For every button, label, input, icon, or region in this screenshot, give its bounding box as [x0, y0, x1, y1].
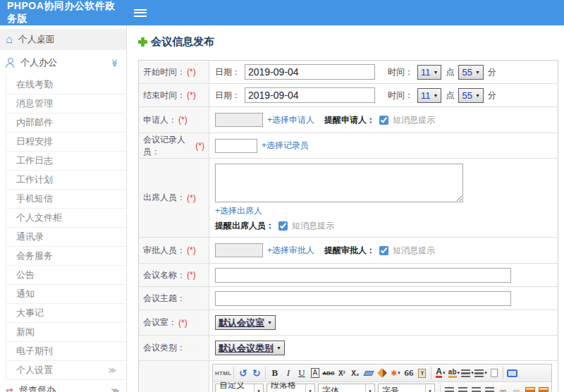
font-size-select[interactable]: 字号▾	[378, 384, 435, 392]
home-icon: ⌂	[6, 34, 13, 45]
sidebar-item-desktop[interactable]: ⌂ 个人桌面	[0, 29, 126, 50]
select-attendees-link[interactable]: +选择出席人	[215, 205, 262, 217]
paragraph-format-select[interactable]: 段落格式▾	[266, 384, 315, 392]
undo-icon[interactable]: ↺	[236, 366, 250, 380]
caret-down-icon: ▾	[254, 384, 263, 392]
remove-link-icon[interactable]: ∞	[510, 384, 523, 392]
sidebar-item-attendance[interactable]: 在线考勤	[6, 75, 126, 94]
sidebar-item-meeting-service[interactable]: 会务服务	[6, 247, 126, 266]
applicant-sms-checkbox[interactable]	[379, 116, 388, 125]
paste-as-text-icon[interactable]: T	[415, 366, 429, 380]
font-family-select[interactable]: 字体▾	[318, 384, 375, 392]
sidebar-item-work-log[interactable]: 工作日志	[6, 152, 126, 171]
row-start-time: 开始时间：(*) 日期： 时间： 11▼ 点 55▼ 分	[139, 61, 558, 84]
attendees-textarea[interactable]	[215, 164, 463, 202]
select-applicant-link[interactable]: +选择申请人	[267, 114, 314, 126]
row-editor: HTML ↺ ↻ B I U A ABC X² X₂	[139, 361, 558, 392]
end-minute-select[interactable]: 55▼	[458, 88, 483, 103]
caret-down-icon: ▼	[475, 70, 480, 75]
required-marker: (*)	[178, 115, 188, 125]
sidebar-item-schedule[interactable]: 日程安排	[6, 133, 126, 152]
align-center-icon[interactable]	[456, 384, 470, 392]
main-content: 会议信息发布 开始时间：(*) 日期： 时间： 11▼ 点 55▼ 分 结束时间…	[127, 25, 564, 392]
sidebar-item-announcement[interactable]: 公告	[6, 266, 126, 285]
start-hour-select[interactable]: 11▼	[417, 65, 441, 80]
sidebar-item-notice[interactable]: 通知	[6, 285, 126, 304]
strikethrough-icon[interactable]: ABC	[321, 366, 335, 380]
redo-icon[interactable]: ↻	[250, 366, 263, 380]
align-left-icon[interactable]	[443, 384, 456, 392]
sidebar-item-supervision[interactable]: ⇄ 督查督办 ≫	[0, 380, 126, 392]
required-marker: (*)	[187, 245, 196, 255]
sidebar-item-internal-mail[interactable]: 内部邮件	[6, 114, 126, 133]
sidebar-item-news[interactable]: 新闻	[6, 323, 126, 342]
end-date-input[interactable]	[245, 87, 375, 103]
sidebar-item-personal-office[interactable]: 个人办公 ≫	[0, 50, 126, 75]
start-date-input[interactable]	[245, 64, 375, 80]
upload-image-icon[interactable]	[537, 384, 550, 392]
chevron-double-right-icon: ≫	[108, 366, 116, 375]
applicant-input[interactable]	[215, 113, 263, 127]
row-meeting-room: 会议室：(*) 默认会议室▼	[139, 310, 558, 336]
editor-toolbar-row2: 自定义标题▾ 段落格式▾ 字体▾ 字号▾ ∞ ∞	[213, 382, 551, 392]
align-right-icon[interactable]	[470, 384, 483, 392]
required-marker: (*)	[187, 67, 196, 77]
insert-image-icon[interactable]	[523, 384, 537, 392]
char-border-icon[interactable]: A	[308, 366, 321, 380]
underline-icon[interactable]: U	[295, 366, 308, 380]
align-justify-icon[interactable]	[483, 384, 496, 392]
select-recorder-link[interactable]: +选择记录员	[262, 140, 309, 152]
required-marker: (*)	[178, 318, 188, 328]
ordered-list-icon[interactable]: ▾	[460, 366, 474, 380]
meeting-type-select[interactable]: 默认会议类别▼	[215, 341, 285, 355]
caret-down-icon: ▾	[365, 384, 374, 392]
html-source-button[interactable]: HTML	[215, 366, 231, 380]
custom-title-select[interactable]: 自定义标题▾	[215, 384, 264, 392]
insert-link-icon[interactable]: ∞	[496, 384, 510, 392]
select-approver-link[interactable]: +选择审批人	[267, 245, 314, 257]
attendees-sms-checkbox[interactable]	[278, 221, 288, 231]
new-page-icon[interactable]	[487, 366, 501, 380]
start-minute-select[interactable]: 55▼	[458, 65, 483, 80]
subscript-icon[interactable]: X₂	[348, 366, 362, 380]
caret-down-icon: ▾	[305, 384, 314, 392]
insert-media-icon[interactable]	[550, 384, 551, 392]
supervise-icon: ⇄	[6, 386, 13, 392]
end-hour-select[interactable]: 11▼	[417, 88, 441, 103]
fullscreen-icon[interactable]	[505, 366, 519, 380]
sidebar-item-work-plan[interactable]: 工作计划	[6, 171, 126, 190]
row-meeting-subject: 会议主题：	[139, 287, 558, 310]
meeting-subject-input[interactable]	[215, 291, 511, 306]
required-marker: (*)	[187, 270, 196, 280]
sidebar-item-personal-settings[interactable]: 个人设置 ≫	[6, 361, 126, 380]
sidebar-item-events[interactable]: 大事记	[6, 304, 126, 323]
bold-icon[interactable]: B	[268, 366, 281, 380]
approver-input[interactable]	[215, 243, 263, 257]
sidebar-item-messages[interactable]: 消息管理	[6, 94, 126, 114]
highlight-color-icon[interactable]: ab▾	[447, 366, 460, 380]
font-color-icon[interactable]: A▾	[434, 366, 447, 380]
sidebar-item-sms[interactable]: 手机短信	[6, 190, 126, 209]
rich-text-editor: HTML ↺ ↻ B I U A ABC X² X₂	[212, 364, 552, 392]
sidebar-item-contacts[interactable]: 通讯录	[6, 228, 126, 247]
meeting-form: 开始时间：(*) 日期： 时间： 11▼ 点 55▼ 分 结束时间：(*) 日期…	[138, 60, 558, 392]
required-marker: (*)	[195, 141, 204, 151]
plus-icon	[138, 37, 147, 47]
sidebar-item-file-cabinet[interactable]: 个人文件柜	[6, 209, 126, 228]
superscript-icon[interactable]: X²	[335, 366, 348, 380]
blockquote-icon[interactable]: 66	[402, 366, 415, 380]
italic-icon[interactable]: I	[281, 366, 295, 380]
meeting-name-input[interactable]	[215, 268, 511, 283]
auto-typeset-icon[interactable]: ✱▾	[388, 366, 402, 380]
top-bar: PHPOA协同办公软件政务版	[0, 0, 564, 25]
hamburger-menu-icon[interactable]	[134, 9, 147, 17]
approver-sms-checkbox[interactable]	[379, 246, 388, 255]
sidebar-item-e-journal[interactable]: 电子期刊	[6, 342, 126, 361]
remove-format-icon[interactable]	[362, 366, 375, 380]
unordered-list-icon[interactable]: ▾	[474, 366, 487, 380]
row-meeting-name: 会议名称：(*)	[139, 264, 558, 287]
meeting-room-select[interactable]: 默认会议室▼	[215, 315, 276, 330]
caret-down-icon: ▼	[434, 93, 439, 98]
recorder-input[interactable]	[215, 139, 257, 153]
format-painter-icon[interactable]	[375, 366, 388, 380]
